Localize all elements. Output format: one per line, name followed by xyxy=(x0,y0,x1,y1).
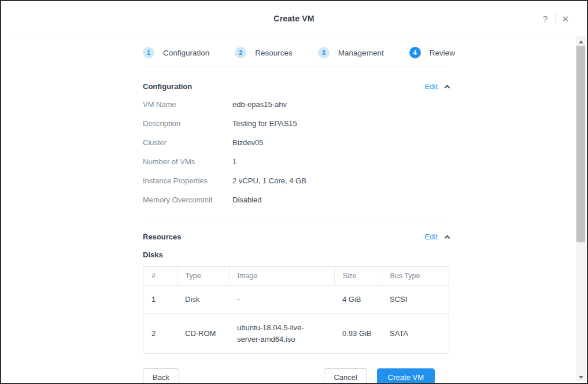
dialog-body: 1Configuration2Resources3Management4Revi… xyxy=(1,37,576,383)
field-label: Description xyxy=(143,119,232,128)
help-icon[interactable]: ? xyxy=(535,14,555,23)
step-number-badge: 4 xyxy=(409,47,421,58)
table-row: 1Disk-4 GiBSCSI xyxy=(143,286,449,314)
cancel-button[interactable]: Cancel xyxy=(324,368,367,383)
configuration-edit-link[interactable]: Edit xyxy=(425,82,438,91)
configuration-section-header: Configuration Edit xyxy=(143,82,449,91)
field-label: Instance Properties xyxy=(143,176,232,185)
header-icons: ? ✕ xyxy=(535,1,575,36)
field-value: 1 xyxy=(232,157,236,166)
disks-table-header-row: #TypeImageSizeBus Type xyxy=(143,267,449,286)
field-value: Testing for EPAS15 xyxy=(232,119,297,128)
step-resources[interactable]: 2Resources xyxy=(235,47,293,58)
resources-edit-link[interactable]: Edit xyxy=(425,232,438,241)
table-cell: Disk xyxy=(177,286,229,314)
field-value: Disabled xyxy=(232,195,262,204)
dialog-title: Create VM xyxy=(273,14,314,23)
table-cell: 4 GiB xyxy=(334,286,382,314)
table-cell: ubuntu-18.04.5-live-server-amd64.iso xyxy=(229,314,334,354)
create-vm-button[interactable]: Create VM xyxy=(377,368,435,383)
field-label: Memory Overcommit xyxy=(143,195,232,204)
resources-collapse-chevron-up-icon[interactable] xyxy=(445,235,450,241)
table-cell: 2 xyxy=(143,314,177,354)
field-row: DescriptionTesting for EPAS15 xyxy=(143,119,449,138)
step-review[interactable]: 4Review xyxy=(409,47,455,58)
table-cell: 1 xyxy=(143,286,177,314)
table-cell: SCSI xyxy=(382,286,449,314)
field-row: Instance Properties2 vCPU, 1 Core, 4 GB xyxy=(143,176,449,195)
field-label: Cluster xyxy=(143,138,232,147)
step-label: Resources xyxy=(255,49,293,57)
table-cell: SATA xyxy=(382,314,449,354)
field-row: Memory OvercommitDisabled xyxy=(143,195,449,215)
configuration-fields: VM Nameedb-epas15-ahvDescriptionTesting … xyxy=(143,100,449,215)
column-header: Size xyxy=(334,267,382,286)
field-label: VM Name xyxy=(143,100,232,109)
step-label: Management xyxy=(338,49,384,57)
disks-subtitle: Disks xyxy=(143,250,449,259)
dialog-footer: Back Cancel Create VM xyxy=(143,368,435,383)
field-label: Number of VMs xyxy=(143,157,232,166)
column-header: Image xyxy=(229,267,334,286)
step-label: Configuration xyxy=(163,49,209,57)
back-button[interactable]: Back xyxy=(143,368,179,383)
create-vm-dialog: Create VM ? ✕ 1Configuration2Resources3M… xyxy=(0,0,588,384)
section-divider xyxy=(143,223,449,223)
step-label: Review xyxy=(430,49,455,57)
scroll-up-arrow-icon[interactable] xyxy=(576,37,586,46)
field-value: edb-epas15-ahv xyxy=(232,100,287,109)
table-row: 2CD-ROMubuntu-18.04.5-live-server-amd64.… xyxy=(143,314,449,354)
column-header: Type xyxy=(177,267,229,286)
vertical-scrollbar[interactable] xyxy=(576,37,586,382)
resources-section-header: Resources Edit xyxy=(143,232,449,241)
stepper-divider xyxy=(143,67,449,67)
field-row: ClusterBizdev05 xyxy=(143,138,449,157)
configuration-section-title: Configuration xyxy=(143,82,192,91)
resources-section-title: Resources xyxy=(143,232,181,241)
scrollbar-thumb[interactable] xyxy=(576,46,585,242)
field-row: Number of VMs1 xyxy=(143,157,449,176)
field-value: 2 vCPU, 1 Core, 4 GB xyxy=(232,176,306,185)
table-cell: 0.93 GiB xyxy=(334,314,382,354)
step-number-badge: 3 xyxy=(318,47,330,58)
wizard-stepper: 1Configuration2Resources3Management4Revi… xyxy=(143,47,449,58)
step-configuration[interactable]: 1Configuration xyxy=(143,47,209,58)
step-number-badge: 1 xyxy=(143,47,154,58)
column-header: # xyxy=(143,267,177,286)
scroll-down-arrow-icon[interactable] xyxy=(576,372,586,382)
table-cell: - xyxy=(229,286,334,314)
dialog-header: Create VM ? ✕ xyxy=(1,1,587,36)
close-icon[interactable]: ✕ xyxy=(556,14,575,23)
field-row: VM Nameedb-epas15-ahv xyxy=(143,100,449,119)
column-header: Bus Type xyxy=(382,267,449,286)
step-number-badge: 2 xyxy=(235,47,246,58)
field-value: Bizdev05 xyxy=(232,138,263,147)
disks-table: #TypeImageSizeBus Type 1Disk-4 GiBSCSI2C… xyxy=(143,266,449,354)
table-cell: CD-ROM xyxy=(177,314,229,354)
step-management[interactable]: 3Management xyxy=(318,47,384,58)
configuration-collapse-chevron-up-icon[interactable] xyxy=(445,84,450,90)
